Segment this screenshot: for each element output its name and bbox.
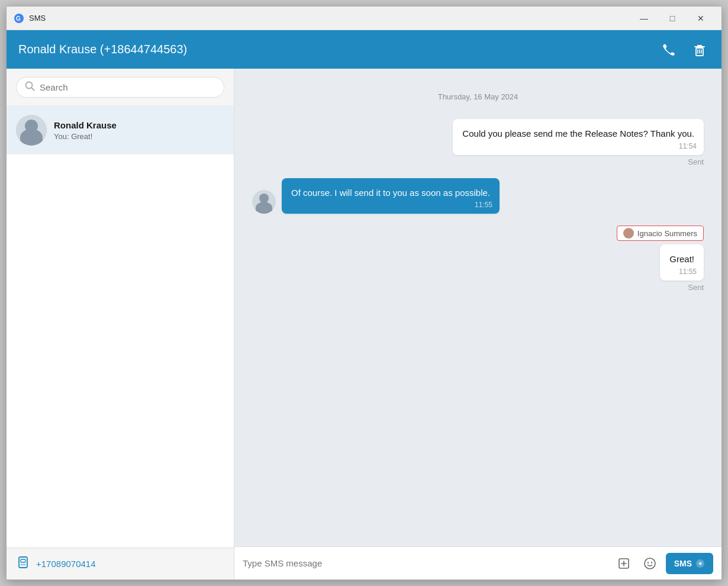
contact-info: Ronald Krause You: Great! [54,120,224,141]
contact-list: Ronald Krause You: Great! [7,107,234,548]
message-incoming-1: Of course. I will send it to you as soon… [252,178,704,214]
window-controls: — □ ✕ [630,9,714,27]
search-icon [25,81,35,94]
delete-button[interactable] [690,40,710,60]
sender-label: Ignacio Summers [617,226,704,241]
search-input[interactable] [40,82,215,92]
attach-icon [617,557,630,570]
message-time: 11:54 [679,142,697,150]
date-separator: Thursday, 16 May 2024 [252,92,704,101]
contact-name: Ronald Krause [54,120,224,130]
header-actions [659,40,710,60]
message-time: 11:55 [475,201,492,209]
message-status: Sent [688,157,704,166]
sidebar: Ronald Krause You: Great! +17089070414 [7,69,234,579]
title-bar-text: SMS [29,14,630,22]
message-bubble: Could you please send me the Release Not… [453,119,704,155]
message-text: Could you please send me the Release Not… [462,128,694,139]
app-icon: G [14,13,24,24]
sms-send-label: SMS [674,559,692,568]
close-button[interactable]: ✕ [687,9,714,27]
emoji-icon [643,557,656,570]
sidebar-footer: +17089070414 [7,548,234,579]
svg-text:G: G [16,15,21,22]
message-outgoing-2: Ignacio Summers Great! 11:55 Sent [252,226,704,292]
message-text: Of course. I will send it to you as soon… [291,188,490,198]
maximize-button[interactable]: □ [659,9,686,27]
emoji-button[interactable] [640,553,660,574]
svg-point-18 [650,562,652,563]
sim-icon [16,555,30,573]
message-bubble: Of course. I will send it to you as soon… [282,178,500,214]
message-bubble: Great! 11:55 [660,244,704,281]
chat-panel: Thursday, 16 May 2024 Could you please s… [234,69,721,579]
svg-point-10 [21,564,22,565]
svg-rect-9 [21,559,25,562]
chat-messages: Thursday, 16 May 2024 Could you please s… [234,69,721,546]
sender-avatar-tiny [623,228,634,239]
sender-avatar [252,190,276,214]
svg-point-16 [645,558,655,569]
chat-input-bar: SMS [234,546,721,579]
phone-number: +17089070414 [36,559,96,569]
search-input-wrap[interactable] [16,77,224,98]
message-outgoing-1: Could you please send me the Release Not… [252,119,704,166]
svg-point-17 [647,562,648,563]
minimize-button[interactable]: — [630,9,658,27]
message-input[interactable] [243,558,608,568]
svg-line-7 [31,88,34,91]
avatar [16,115,47,146]
title-bar: G SMS — □ ✕ [7,7,721,30]
svg-point-11 [22,564,24,565]
message-time: 11:55 [679,268,697,276]
header-contact-title: Ronald Krause (+18644744563) [18,43,187,56]
app-window: G SMS — □ ✕ Ronald Krause (+18644744563) [6,6,722,580]
sms-send-button[interactable]: SMS [666,553,713,574]
main-content: Ronald Krause You: Great! +17089070414 [7,69,721,579]
attach-button[interactable] [614,553,634,574]
list-item[interactable]: Ronald Krause You: Great! [7,107,234,154]
trash-icon [692,42,707,57]
message-status: Sent [688,283,704,292]
call-button[interactable] [659,40,679,60]
phone-icon [661,42,677,57]
svg-point-12 [24,564,25,565]
message-text: Great! [669,254,694,264]
contact-preview: You: Great! [54,132,224,141]
send-icon [695,559,705,568]
search-bar [7,69,234,107]
sender-name: Ignacio Summers [637,229,697,238]
app-header: Ronald Krause (+18644744563) [7,30,721,69]
